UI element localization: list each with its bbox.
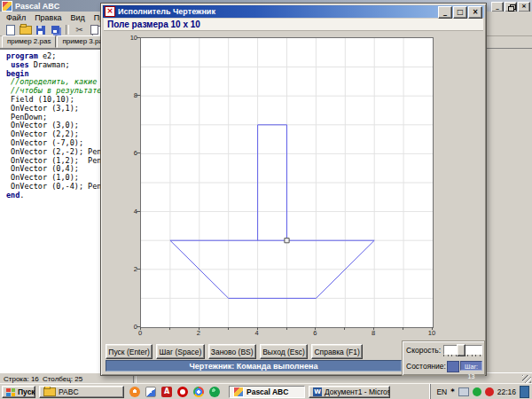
task-button-label: Pascal ABC — [246, 387, 288, 396]
y-tick — [137, 269, 140, 270]
x-tick — [403, 327, 403, 330]
code-segment: //чтобы в результате п — [6, 86, 111, 95]
drawer-button-3[interactable]: Выход (Esc) — [260, 344, 308, 359]
windows-flag-icon — [6, 388, 15, 396]
task-button-label: Документ1 - Microsoft ... — [325, 387, 390, 396]
new-file-button[interactable] — [4, 25, 17, 35]
pascal-abc-title: Pascal ABC — [15, 2, 59, 11]
x-axis-label-0: 0 — [133, 329, 147, 337]
taskbar-folder-button[interactable]: PABC — [39, 386, 124, 398]
language-indicator[interactable]: EN — [436, 387, 447, 396]
y-tick — [137, 95, 140, 96]
pascal-abc-app-icon — [2, 1, 12, 12]
drawing-field — [140, 37, 434, 328]
code-segment: OnVector (3,0); — [6, 121, 79, 129]
save-button[interactable] — [34, 25, 47, 35]
system-tray: EN * 22:16 — [430, 384, 532, 399]
drawer-title: Исполнитель Чертежник — [118, 7, 215, 16]
code-segment: OnVector (2,2); — [6, 129, 79, 138]
quick-launch: A — [129, 387, 220, 397]
state-label: Состояние: — [406, 362, 446, 371]
save-all-button[interactable] — [49, 25, 62, 35]
resize-grip[interactable] — [522, 375, 531, 383]
new-file-icon — [6, 25, 15, 35]
start-button[interactable]: Пуск — [2, 386, 35, 398]
y-tick — [137, 211, 140, 212]
code-segment: Field (10,10); — [6, 95, 74, 104]
tray-red-dot-icon[interactable] — [485, 387, 494, 396]
x-axis-label-2: 2 — [192, 329, 206, 337]
notes-app-icon[interactable] — [145, 387, 156, 397]
x-tick — [199, 327, 200, 330]
toolbar-separator — [66, 25, 69, 35]
menu-item-2[interactable]: Вид — [67, 12, 89, 23]
drawer-titlebar[interactable]: × Исполнитель Чертежник _□× — [103, 5, 484, 18]
tray-clock[interactable]: 22:16 — [497, 387, 516, 396]
tray-display-icon[interactable] — [458, 387, 469, 396]
cut-button[interactable]: ✂ — [73, 25, 86, 35]
speed-label: Скорость: — [406, 346, 441, 355]
code-segment: e2; — [38, 51, 56, 60]
y-tick — [137, 37, 140, 38]
open-folder-icon — [20, 26, 32, 35]
status-column-indicator: Столбец: 25 — [43, 375, 82, 383]
field-size-label: Поле размера 10 x 10 — [104, 19, 483, 31]
tray-asterisk-icon[interactable]: * — [450, 387, 454, 396]
code-segment: //определить, какие к — [6, 77, 106, 86]
orange-app-icon[interactable] — [129, 387, 140, 397]
task-button-pascal-abc[interactable]: Pascal ABC — [229, 386, 305, 398]
green-app-icon[interactable] — [209, 387, 220, 397]
x-tick — [315, 327, 316, 330]
chrome-icon[interactable] — [193, 387, 204, 397]
copy-button[interactable] — [88, 25, 101, 35]
adobe-reader-icon[interactable]: A — [161, 387, 172, 397]
drawer-window: × Исполнитель Чертежник _□× Поле размера… — [100, 3, 487, 376]
y-axis-label-4: 4 — [124, 207, 137, 215]
x-axis-label-6: 6 — [308, 329, 322, 337]
code-segment: OnVector (2,-2); PenUp; — [6, 147, 115, 156]
opera-icon[interactable] — [177, 387, 188, 397]
drawer-button-1[interactable]: Шаг (Space) — [156, 344, 204, 359]
word-icon: W — [313, 387, 322, 396]
drawer-close-button[interactable]: × — [468, 6, 482, 19]
code-segment: program — [6, 51, 38, 60]
tray-blue-icon[interactable] — [520, 386, 529, 398]
drawer-button-4[interactable]: Справка (F1) — [311, 344, 363, 359]
pen-marker — [285, 239, 289, 243]
drawer-button-0[interactable]: Пуск (Enter) — [106, 344, 153, 359]
menu-item-1[interactable]: Правка — [31, 12, 65, 23]
state-indicator — [447, 361, 459, 372]
task-button-word[interactable]: WДокумент1 - Microsoft ... — [309, 386, 390, 398]
x-tick — [373, 327, 374, 330]
cut-icon: ✂ — [75, 26, 82, 35]
code-segment: OnVector (0,4); — [6, 164, 79, 173]
y-axis-label-6: 6 — [124, 149, 137, 157]
x-axis-label-4: 4 — [250, 329, 264, 337]
code-segment: Drawman; — [29, 60, 70, 69]
folder-icon — [43, 387, 56, 396]
tray-green-dot-icon[interactable] — [473, 387, 481, 396]
open-folder-button[interactable] — [19, 25, 32, 35]
code-segment: begin — [6, 69, 29, 78]
code-segment: OnVector (0,-4); PenUp; — [6, 182, 115, 191]
speed-slider[interactable] — [443, 345, 482, 355]
figure-plot — [141, 38, 433, 327]
tab-0[interactable]: пример 2.pas — [2, 35, 56, 48]
speed-state-group: Скорость: Состояние: Шаг: 13 — [402, 340, 485, 376]
y-axis-label-10: 10 — [124, 34, 137, 42]
x-tick — [432, 327, 433, 330]
save-all-icon — [51, 26, 59, 34]
drawer-minimize-button[interactable]: _ — [438, 6, 452, 19]
drawer-status-message: Чертежник: Команда выполнена — [106, 360, 402, 372]
code-segment: uses — [11, 60, 28, 69]
drawer-maximize-button[interactable]: □ — [453, 6, 467, 19]
drawer-button-2[interactable]: Заново (BS) — [208, 344, 256, 359]
speed-slider-ticks — [443, 355, 481, 356]
menu-item-0[interactable]: Файл — [3, 12, 29, 23]
save-icon — [36, 26, 45, 35]
x-tick — [140, 327, 141, 330]
x-tick — [344, 327, 345, 330]
code-segment: PenDown; — [6, 113, 47, 121]
x-tick — [257, 327, 258, 330]
y-axis-label-8: 8 — [124, 91, 137, 99]
